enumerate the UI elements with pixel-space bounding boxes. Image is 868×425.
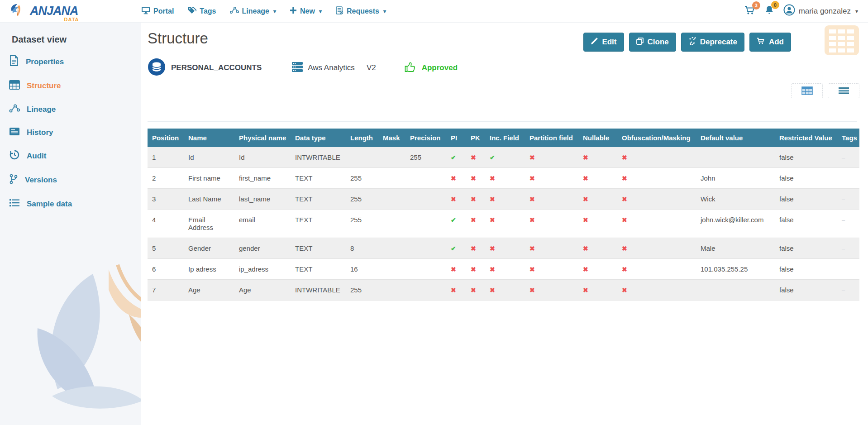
- cell-pi: ✖: [446, 189, 466, 210]
- menu-item-portal[interactable]: Portal: [141, 6, 174, 16]
- menu-item-new[interactable]: New ▾: [290, 7, 322, 16]
- cell-restricted-value: false: [775, 168, 837, 189]
- column-header: Inc. Field: [485, 129, 525, 147]
- notifications-button[interactable]: 0: [764, 5, 774, 17]
- cross-icon: ✖: [583, 266, 588, 273]
- cell-position: 1: [148, 147, 184, 168]
- menu-item-requests[interactable]: Requests ▾: [335, 6, 386, 16]
- clone-button[interactable]: Clone: [629, 33, 676, 52]
- cell-mask: [378, 238, 405, 259]
- cell-restricted-value: false: [775, 259, 837, 280]
- cart-button[interactable]: 3: [744, 5, 755, 17]
- sidebar-item-properties[interactable]: Properties: [0, 49, 141, 74]
- cell-pi: ✔: [446, 210, 466, 238]
- table-row: 6Ip adressip_adressTEXT16✖✖✖✖✖✖101.035.2…: [148, 259, 859, 280]
- cell-data-type: TEXT: [291, 168, 346, 189]
- anjana-logo[interactable]: ANJANA DATA: [9, 1, 141, 21]
- avatar-icon: [783, 4, 795, 18]
- user-menu[interactable]: maria gonzalez ▾: [783, 4, 858, 18]
- sidebar-item-audit[interactable]: Audit: [0, 144, 141, 168]
- menu-item-tags[interactable]: Tags: [187, 6, 216, 16]
- menu-item-lineage[interactable]: Lineage ▾: [230, 6, 277, 16]
- tags-dash: –: [842, 245, 845, 252]
- cell-pi: ✖: [446, 259, 466, 280]
- cell-default-value: [696, 147, 775, 168]
- list-view-button[interactable]: [828, 83, 859, 98]
- main-menu: Portal Tags Lineage ▾ New ▾ Requ: [141, 6, 386, 16]
- cell-length: 255: [346, 280, 378, 301]
- cell-restricted-value: false: [775, 147, 837, 168]
- cell-tags: –: [837, 210, 859, 238]
- cell-inc-field: ✖: [485, 210, 525, 238]
- cell-position: 5: [148, 238, 184, 259]
- cross-icon: ✖: [583, 245, 588, 252]
- brand-name: ANJANA: [30, 4, 78, 18]
- cell-name: Ip adress: [184, 259, 234, 280]
- version-label: V2: [367, 63, 376, 72]
- cross-icon: ✖: [529, 266, 535, 273]
- cell-partition-field: ✖: [525, 189, 578, 210]
- cell-nullable: ✖: [578, 210, 617, 238]
- grid-view-button[interactable]: [791, 83, 823, 98]
- sidebar-item-sample-data[interactable]: Sample data: [0, 192, 141, 215]
- table-row: 2First namefirst_nameTEXT255✖✖✖✖✖✖Johnfa…: [148, 168, 859, 189]
- tags-dash: –: [842, 196, 845, 203]
- column-header: Data type: [291, 129, 346, 147]
- cart-badge: 3: [752, 1, 760, 10]
- cell-pi: ✔: [446, 147, 466, 168]
- status-badge: Approved: [422, 63, 458, 72]
- cell-mask: [378, 168, 405, 189]
- cross-icon: ✖: [529, 287, 535, 294]
- column-header: Nullable: [578, 129, 617, 147]
- cell-pi: ✖: [446, 280, 466, 301]
- deprecate-button[interactable]: Deprecate: [681, 33, 744, 52]
- cross-icon: ✖: [622, 175, 627, 182]
- cross-icon: ✖: [622, 216, 627, 224]
- sidebar-item-versions[interactable]: Versions: [0, 168, 141, 192]
- fairy-logo-icon: [9, 1, 27, 21]
- sidebar-item-lineage[interactable]: Lineage: [0, 98, 141, 121]
- cell-precision: [405, 280, 446, 301]
- dataset-name: PERSONAL_ACCOUNTS: [171, 63, 262, 72]
- cross-icon: ✖: [622, 196, 627, 203]
- audit-clock-icon: [9, 150, 20, 162]
- cell-obfuscation: ✖: [617, 189, 696, 210]
- monitor-icon: [141, 6, 150, 16]
- cell-obfuscation: ✖: [617, 259, 696, 280]
- cell-data-type: INTWRITABLE: [291, 147, 346, 168]
- entity-header: PERSONAL_ACCOUNTS Aws Analytics V2 Appro…: [148, 58, 458, 78]
- chevron-down-icon: ▾: [383, 8, 386, 14]
- cell-precision: [405, 238, 446, 259]
- cross-icon: ✖: [490, 175, 495, 182]
- sidebar: Dataset view Properties Structure Lineag…: [0, 23, 141, 425]
- cross-icon: ✖: [622, 287, 627, 294]
- cell-partition-field: ✖: [525, 259, 578, 280]
- check-icon: ✔: [490, 154, 495, 161]
- table-row: 1IdIdINTWRITABLE255✔✖✔✖✖✖false–: [148, 147, 859, 168]
- cell-inc-field: ✖: [485, 280, 525, 301]
- cell-default-value: john.wick@killer.com: [696, 210, 775, 238]
- column-header: Partition field: [525, 129, 578, 147]
- cross-icon: ✖: [490, 216, 495, 224]
- sidebar-item-structure[interactable]: Structure: [0, 74, 141, 98]
- cell-length: [346, 147, 378, 168]
- sidebar-item-history[interactable]: History: [0, 121, 141, 144]
- cell-physical-name: Id: [234, 147, 291, 168]
- cell-partition-field: ✖: [525, 147, 578, 168]
- cell-position: 2: [148, 168, 184, 189]
- column-header: Physical name: [234, 129, 291, 147]
- column-header: PI: [446, 129, 466, 147]
- lineage-icon: [9, 104, 20, 115]
- cell-name: Email Address: [184, 210, 234, 238]
- cell-mask: [378, 147, 405, 168]
- tags-icon: [187, 6, 196, 16]
- cell-pk: ✖: [466, 189, 485, 210]
- edit-button[interactable]: Edit: [583, 33, 624, 52]
- cell-precision: 255: [405, 147, 446, 168]
- cell-physical-name: email: [234, 210, 291, 238]
- cross-icon: ✖: [583, 216, 588, 224]
- cross-icon: ✖: [583, 175, 588, 182]
- requests-icon: [335, 6, 343, 16]
- add-button[interactable]: Add: [749, 33, 791, 52]
- cell-pk: ✖: [466, 210, 485, 238]
